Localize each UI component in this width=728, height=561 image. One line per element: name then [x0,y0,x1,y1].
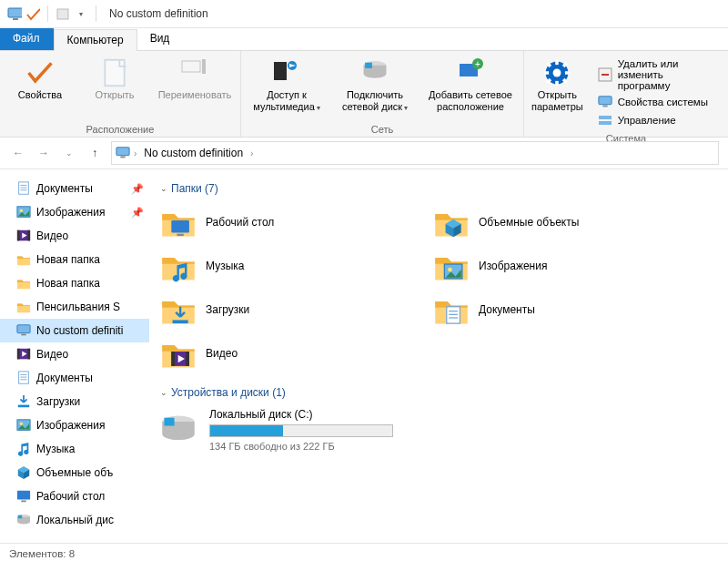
svg-rect-42 [599,116,612,119]
folder-item[interactable]: Музыка [160,248,397,284]
ribbon-group-network: Доступ к мультимедиа▾ Подключить сетевой… [241,51,524,137]
tree-item[interactable]: Изображения [0,413,149,437]
tab-view[interactable]: Вид [137,28,184,50]
folder-item[interactable]: Видео [160,335,397,372]
navigation-bar: ← → ⌄ ↑ › No custom definition › [0,138,728,169]
qat-customize-dropdown[interactable]: ▾ [74,6,88,21]
svg-rect-32 [182,61,200,72]
folder-item[interactable]: Загрузки [160,291,397,328]
add-network-location-button[interactable]: + Добавить сетевое расположение [425,55,516,113]
desktop-icon [16,489,31,504]
downloads-icon [16,394,31,409]
qat-pc-icon[interactable] [7,6,22,21]
tree-item[interactable]: Локальный дис [0,508,149,532]
tree-item-label: Видео [36,230,68,242]
tree-item-label: No custom definiti [36,324,123,337]
folder-item[interactable]: Рабочий стол [160,204,397,240]
pin-icon: 📌 [131,207,144,219]
separator [96,5,96,22]
breadcrumb-item[interactable]: No custom definition [140,147,247,159]
svg-text:+: + [475,59,480,69]
tab-file[interactable]: Файл [0,28,54,50]
ribbon-group-system: Открыть параметры Удалить или изменить п… [524,51,728,137]
chevron-right-icon[interactable]: › [250,148,253,158]
documents-folder-icon [433,291,470,328]
ribbon-group-location: Свойства Открыть Переименовать Расположе… [0,51,241,137]
breadcrumb[interactable]: › No custom definition › [111,141,719,165]
open-button: Открыть [82,55,147,101]
map-drive-button[interactable]: Подключить сетевой диск▾ [334,55,416,114]
video-folder-icon [160,335,197,372]
uninstall-program-button[interactable]: Удалить или изменить программу [598,58,715,91]
music-folder-icon [160,248,197,284]
tree-item[interactable]: Загрузки [0,390,149,413]
group-label-location: Расположение [86,122,155,135]
tree-item[interactable]: Новая папка [0,271,149,295]
group-header-folders[interactable]: ⌄Папки (7) [160,182,721,195]
folder-label: Изображения [479,260,547,272]
folder-item[interactable]: Документы [433,291,670,328]
tree-item-label: Новая папка [36,253,100,266]
manage-button[interactable]: Управление [598,113,715,128]
recent-dropdown[interactable]: ⌄ [60,144,78,162]
tree-item[interactable]: Видео [0,342,149,366]
group-header-drives[interactable]: ⌄Устройства и диски (1) [160,386,721,399]
drive-usage-bar [209,424,393,437]
rename-button: Переименовать [157,55,233,101]
disk-icon [16,513,31,527]
tree-item-label: Загрузки [36,395,80,408]
forward-button[interactable]: → [35,144,53,162]
drive-item[interactable]: Локальный диск (C:) 134 ГБ свободно из 2… [160,408,721,452]
navigation-tree: Документы📌Изображения📌ВидеоНовая папкаНо… [0,169,149,543]
tree-item[interactable]: Музыка [0,437,149,461]
breadcrumb-pc-icon [116,146,130,160]
qat-check-icon[interactable] [25,6,40,21]
disk-icon [160,412,197,448]
svg-rect-33 [202,59,206,74]
properties-button[interactable]: Свойства [7,55,73,101]
folder-item[interactable]: Объемные объекты [433,204,670,240]
video-icon [16,229,31,243]
qat-folder-icon[interactable] [56,6,70,21]
pin-icon: 📌 [131,183,144,195]
back-button[interactable]: ← [9,144,27,162]
tree-item[interactable]: Объемные объ [0,461,149,484]
drive-free-text: 134 ГБ свободно из 222 ГБ [209,441,393,452]
3d-icon [16,465,31,480]
media-access-button[interactable]: Доступ к мультимедиа▾ [248,55,325,114]
downloads-folder-icon [160,291,197,328]
pictures-icon [16,418,31,433]
up-button[interactable]: ↑ [86,144,104,162]
drive-name: Локальный диск (C:) [209,408,393,421]
tree-item[interactable]: Документы📌 [0,177,149,200]
tree-item[interactable]: Новая папка [0,248,149,271]
thispc-icon [16,323,31,338]
status-bar: Элементов: 8 [0,543,728,561]
tree-item-label: Документы [36,182,93,195]
documents-icon [16,181,31,196]
ribbon: Свойства Открыть Переименовать Расположе… [0,50,728,138]
group-label-network: Сеть [371,122,393,135]
tree-item-label: Пенсильвания S [36,301,120,313]
tree-item-label: Изображения [36,419,105,432]
folder-label: Рабочий стол [206,216,274,229]
tree-item[interactable]: Пенсильвания S [0,295,149,319]
system-properties-button[interactable]: Свойства системы [598,95,715,109]
chevron-right-icon[interactable]: › [134,148,136,158]
open-settings-button[interactable]: Открыть параметры [531,55,583,113]
tree-item[interactable]: No custom definiti [0,319,149,342]
tree-item[interactable]: Изображения📌 [0,200,149,224]
ribbon-tabs: Файл Компьютер Вид [0,28,728,50]
tree-item[interactable]: Видео [0,224,149,248]
tree-item-label: Изображения [36,206,105,219]
folder-label: Объемные объекты [479,216,579,229]
folder-label: Документы [479,303,535,316]
folder-icon [16,300,31,314]
tree-item[interactable]: Документы [0,366,149,390]
tree-item-label: Новая папка [36,277,100,290]
pictures-folder-icon [433,248,470,284]
folder-label: Видео [206,347,238,360]
folder-item[interactable]: Изображения [433,248,670,284]
tree-item[interactable]: Рабочий стол [0,484,149,508]
tab-computer[interactable]: Компьютер [54,29,137,51]
